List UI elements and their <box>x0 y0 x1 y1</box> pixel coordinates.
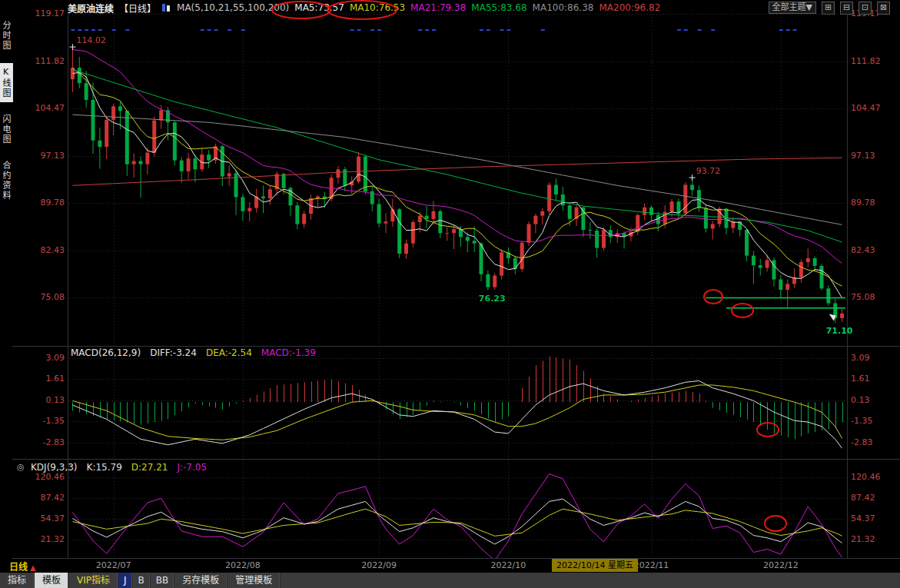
macd-name: MACD(26,12,9) <box>71 347 141 358</box>
axis-label: 75.08 <box>851 292 875 302</box>
indicator-cycle-icon[interactable]: ◎ <box>17 462 25 472</box>
axis-label: 54.37 <box>851 513 875 523</box>
layout-grid-icon[interactable]: ⊞ <box>822 2 835 15</box>
period-up-arrow-icon: ▲ <box>30 563 36 572</box>
sidebar-item-kline[interactable]: K线图 <box>0 63 13 102</box>
axis-label: 120.46 <box>17 472 65 482</box>
macd-header: MACD(26,12,9) DIFF:-3.24 DEA:-2.54 MACD:… <box>71 347 316 358</box>
chart-header: 美原油连续 【日线】 MA(5,10,21,55,100,200) MA5:73… <box>0 0 900 15</box>
macd-macd-value: MACD:-1.39 <box>261 347 316 358</box>
tab-bb[interactable]: BB <box>151 573 174 588</box>
axis-label: 3.09 <box>17 353 65 363</box>
axis-label: 89.78 <box>17 198 65 208</box>
axis-label: 87.42 <box>17 493 65 503</box>
ma55-value: MA55:83.68 <box>471 2 526 13</box>
sidebar-item-timechart[interactable]: 分时图 <box>0 17 13 55</box>
x-axis-label: 2022/07 <box>96 560 131 570</box>
tab-b[interactable]: B <box>133 573 151 588</box>
kdj-header: KDJ(9,3,3) K:15.79 D:27.21 J:-7.05 <box>31 462 207 473</box>
x-axis-label: 2022/09 <box>361 560 397 570</box>
axis-label: 0.13 <box>851 395 870 405</box>
tab-j[interactable]: J <box>118 573 133 588</box>
axis-label: 21.32 <box>17 534 65 544</box>
save-template-button[interactable]: 另存模板 <box>174 573 227 588</box>
axis-label: 111.82 <box>851 56 881 66</box>
axis-label: 82.43 <box>17 245 65 255</box>
macd-diff-value: DIFF:-3.24 <box>150 347 197 358</box>
axis-label: 82.43 <box>851 245 875 255</box>
period-tag[interactable]: 【日线】 <box>119 2 156 15</box>
axis-label: -2.83 <box>851 437 872 447</box>
selected-date-badge: 2022/10/14 星期五 <box>552 559 638 572</box>
sidebar-item-flashchart[interactable]: 闪电图 <box>0 111 13 148</box>
kdj-d-value: D:27.21 <box>131 462 168 473</box>
x-axis: 2022/072022/082022/092022/102022/112022/… <box>0 0 900 588</box>
instrument-title[interactable]: 美原油连续 <box>68 2 114 15</box>
kdj-j-value: J:-7.05 <box>177 462 207 473</box>
ma-group-label: MA(5,10,21,55,100,200) <box>177 2 289 13</box>
axis-label: 0.13 <box>17 395 65 405</box>
axis-label: 21.32 <box>851 534 875 544</box>
ma100-value: MA100:86.38 <box>533 2 594 13</box>
trading-app: 美原油连续 【日线】 MA(5,10,21,55,100,200) MA5:73… <box>0 0 900 588</box>
macd-dea-value: DEA:-2.54 <box>206 347 252 358</box>
axis-label: 89.78 <box>851 198 875 208</box>
chart-canvas[interactable] <box>0 0 900 588</box>
axis-label: -2.83 <box>17 437 65 447</box>
bottom-toolbar: 指标 模板 VIP指标 J B BB 另存模板 管理模板 <box>0 573 900 588</box>
tab-indicators[interactable]: 指标 <box>0 573 35 588</box>
sidebar-item-contract-info[interactable]: 合约资料 <box>0 157 13 204</box>
kline-icon <box>161 3 171 12</box>
axis-label: 75.08 <box>17 292 65 302</box>
axis-label: 111.82 <box>17 56 65 66</box>
x-axis-label: 2022/11 <box>634 560 669 570</box>
window-restore-icon[interactable]: ⊡ <box>858 2 872 15</box>
axis-label: 120.46 <box>851 472 881 482</box>
layout-split-icon[interactable]: ⊟ <box>840 2 853 15</box>
axis-label: -1.35 <box>17 416 65 426</box>
manage-template-button[interactable]: 管理模板 <box>227 573 281 588</box>
ma10-value: MA10:76.53 <box>350 2 405 13</box>
axis-label: 104.47 <box>851 103 881 113</box>
axis-label: 1.61 <box>17 374 65 384</box>
axis-label: 1.61 <box>851 374 870 384</box>
kdj-k-value: K:15.79 <box>87 462 122 473</box>
axis-label: 97.13 <box>851 151 875 161</box>
period-label: 日线 <box>9 562 28 573</box>
axis-label: 3.09 <box>851 353 870 363</box>
ma200-value: MA200:96.82 <box>599 2 660 13</box>
tab-vip-indicators[interactable]: VIP指标 <box>69 573 118 588</box>
ma21-value: MA21:79.38 <box>410 2 466 13</box>
x-axis-label: 2022/08 <box>225 560 261 570</box>
x-axis-label: 2022/10 <box>491 560 526 570</box>
axis-label: 104.47 <box>17 103 65 113</box>
axis-label: 54.37 <box>17 513 65 523</box>
period-indicator[interactable]: 日线▲ <box>9 560 36 573</box>
ma5-value: MA5:73.57 <box>294 2 344 13</box>
axis-label: 87.42 <box>851 493 875 503</box>
kdj-name: KDJ(9,3,3) <box>31 462 78 473</box>
theme-selector-button[interactable]: 全部主题▼ <box>769 2 816 14</box>
axis-label: -1.35 <box>851 416 872 426</box>
left-tab-strip: 分时图 K线图 闪电图 合约资料 <box>0 17 13 204</box>
window-close-icon[interactable]: ⊠ <box>877 2 890 15</box>
x-axis-label: 2022/12 <box>763 560 799 570</box>
tab-templates[interactable]: 模板 <box>35 573 69 588</box>
axis-label: 97.13 <box>17 151 65 161</box>
